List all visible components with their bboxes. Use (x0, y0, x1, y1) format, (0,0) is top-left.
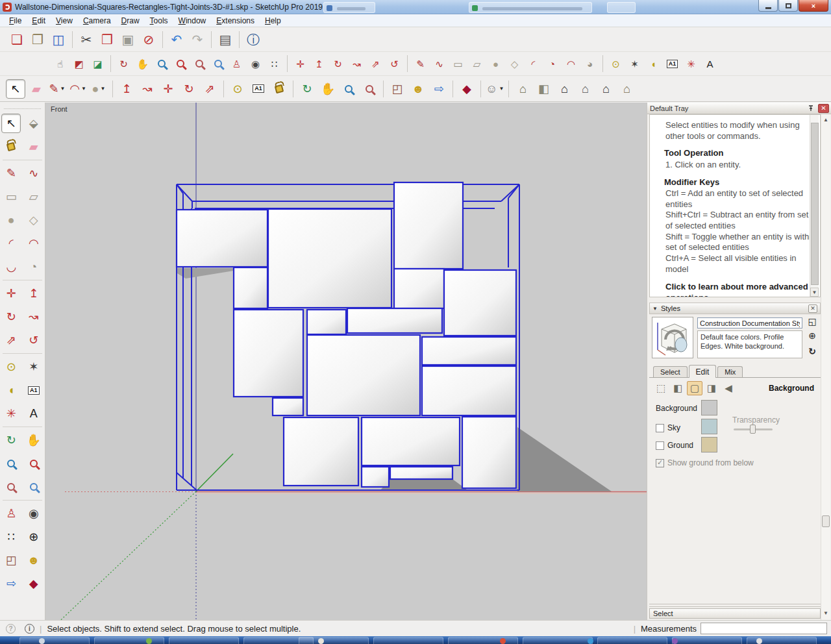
send-to-layout-icon[interactable]: ⇨ (429, 79, 449, 99)
instructor-scrollbar[interactable]: ▼ (810, 115, 819, 297)
dropdown-arrow-icon[interactable]: ▼ (60, 86, 66, 92)
info-icon[interactable]: i (25, 624, 34, 634)
text-icon[interactable]: A1 (249, 79, 268, 99)
select-icon[interactable]: ↖ (6, 79, 25, 99)
green-axis[interactable] (196, 454, 233, 491)
save-icon[interactable]: ◫ (49, 30, 68, 49)
paste-icon[interactable]: ▣ (118, 30, 138, 49)
text-icon[interactable]: A1 (24, 380, 43, 400)
two-point-arc-icon[interactable]: ◠ (562, 55, 580, 72)
maximize-button[interactable] (778, 0, 798, 12)
axes-icon[interactable]: ✳ (1, 404, 21, 423)
taskbar-button[interactable] (523, 637, 593, 644)
bounding-frame-edge[interactable] (177, 184, 183, 193)
model-canvas[interactable] (45, 103, 647, 620)
extension-warehouse-icon[interactable]: ◆ (457, 79, 477, 99)
menu-tools[interactable]: Tools (145, 15, 173, 27)
wallstone-face[interactable] (422, 337, 516, 365)
taskbar-app-icon[interactable] (146, 638, 152, 644)
eraser-icon[interactable]: ▰ (27, 79, 46, 99)
style-name-input[interactable] (697, 317, 802, 328)
tab-select[interactable]: Select (653, 366, 688, 377)
wallstone-face[interactable] (347, 308, 442, 333)
look-around-icon[interactable]: ◉ (247, 55, 264, 72)
collapse-icon[interactable]: ▼ (652, 306, 658, 312)
rotate-icon[interactable]: ↻ (179, 79, 199, 99)
orbit-icon[interactable]: ↻ (297, 79, 317, 99)
create-style-icon[interactable]: ⊕ (806, 330, 818, 341)
tape-measure-icon[interactable]: ⊙ (607, 55, 625, 72)
follow-me-icon[interactable]: ↝ (348, 55, 366, 72)
dropdown-arrow-icon[interactable]: ▼ (499, 86, 504, 92)
menu-view[interactable]: View (51, 15, 78, 27)
top-view-icon[interactable]: ⌂ (596, 79, 615, 99)
three-point-arc-icon[interactable]: ◕ (581, 55, 599, 72)
cut-icon[interactable]: ✂ (77, 30, 96, 49)
3d-warehouse-icon[interactable]: ◰ (388, 79, 407, 99)
walk-icon[interactable]: ∷ (266, 55, 283, 72)
line-icon[interactable]: ✎ (1, 164, 21, 183)
back-view-icon[interactable]: ⌂ (575, 79, 595, 99)
close-button[interactable]: × (799, 0, 828, 12)
wallstone-face[interactable] (444, 270, 516, 336)
windows-taskbar[interactable] (0, 636, 831, 644)
taskbar-button[interactable] (94, 637, 164, 644)
menu-window[interactable]: Window (173, 15, 212, 27)
wallstone-face[interactable] (268, 209, 391, 308)
rotated-rectangle-icon[interactable]: ▱ (24, 187, 43, 206)
line-icon[interactable]: ✎▼ (47, 79, 67, 99)
taskbar-app-icon[interactable] (672, 638, 678, 644)
dropdown-arrow-icon[interactable]: ▼ (81, 86, 86, 92)
slider-thumb[interactable] (750, 425, 756, 434)
move-icon[interactable]: ✛ (158, 79, 178, 99)
freehand-icon[interactable]: ∿ (24, 164, 43, 183)
tape-measure-icon[interactable]: ⊙ (1, 357, 21, 377)
taskbar-button[interactable] (19, 637, 90, 644)
taskbar-app-icon[interactable] (756, 638, 762, 644)
three-point-arc-icon[interactable]: ◡ (1, 257, 21, 277)
model-info-icon[interactable]: ⓘ (243, 30, 263, 49)
collapsed-select-panel[interactable]: Select (649, 608, 821, 619)
share-model-icon[interactable]: ☻ (24, 551, 43, 570)
ground-checkbox[interactable] (656, 441, 664, 450)
measurements-input[interactable] (701, 623, 827, 634)
follow-me-icon[interactable]: ↝ (24, 307, 43, 327)
zoom-icon[interactable] (339, 79, 358, 99)
learn-more-link[interactable]: Click to learn about more advanced opera… (665, 282, 816, 297)
rotated-rectangle-icon[interactable]: ▱ (468, 55, 486, 72)
circle-icon[interactable]: ● (1, 210, 21, 230)
zoom-extents-icon[interactable] (1, 477, 21, 497)
taskbar-button[interactable] (169, 637, 239, 644)
scale-icon[interactable]: ⇗ (1, 330, 21, 350)
panel-grip[interactable] (649, 604, 821, 607)
bottom-view-icon[interactable]: ⌂ (617, 79, 636, 99)
line-icon[interactable]: ✎ (412, 55, 429, 72)
sky-color-swatch[interactable] (701, 419, 717, 434)
style-description[interactable]: Default face colors. Profile Edges. Whit… (697, 330, 802, 358)
freehand-icon[interactable]: ∿ (430, 55, 448, 72)
text-icon[interactable]: A1 (664, 55, 681, 72)
wallstone-face[interactable] (307, 335, 420, 415)
pie-icon[interactable]: ◔ (24, 257, 43, 277)
wallstone-face[interactable] (362, 417, 460, 465)
iso-view-icon[interactable]: ⌂ (513, 79, 532, 99)
show-ground-checkbox[interactable] (656, 459, 664, 467)
pan-icon[interactable]: ✋ (318, 79, 338, 99)
extension-warehouse-icon[interactable]: ◆ (24, 574, 43, 593)
zoom-icon[interactable] (1, 454, 21, 473)
style-thumbnail[interactable] (652, 317, 693, 358)
new-icon[interactable]: ❏ (7, 30, 27, 49)
taskbar-button[interactable] (672, 637, 742, 644)
menu-draw[interactable]: Draw (116, 15, 145, 27)
protractor-icon[interactable]: ◖ (1, 380, 21, 400)
tab-mix[interactable]: Mix (717, 366, 743, 377)
zoom-previous-icon[interactable] (24, 477, 43, 497)
offset-icon[interactable]: ↺ (386, 55, 403, 72)
scroll-up-icon[interactable]: ▲ (821, 116, 830, 125)
polygon-icon[interactable]: ◇ (24, 210, 43, 230)
wallstone-face[interactable] (234, 310, 303, 397)
wallstone-face[interactable] (273, 398, 303, 415)
taskbar-button[interactable] (299, 637, 369, 644)
background-color-swatch[interactable] (701, 400, 717, 415)
look-around-icon[interactable]: ◉ (24, 504, 43, 523)
